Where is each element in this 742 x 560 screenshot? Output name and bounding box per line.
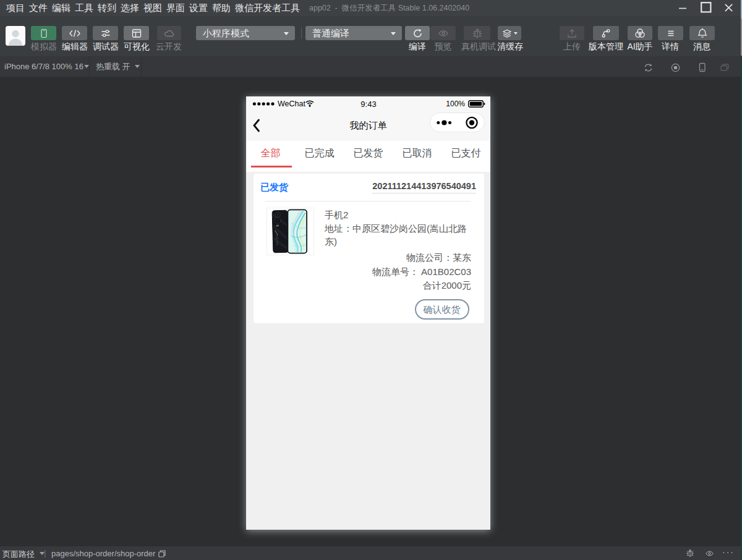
svg-text:AXON: AXON bbox=[275, 234, 279, 245]
